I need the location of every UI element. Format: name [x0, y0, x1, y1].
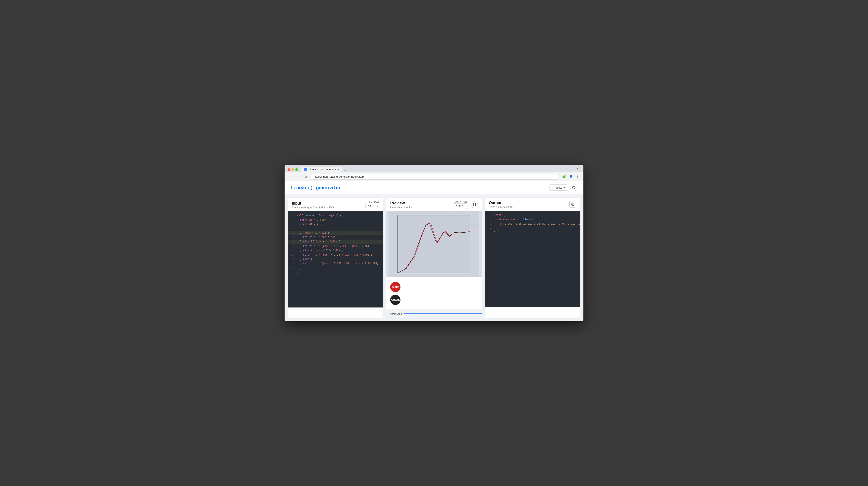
output-code-line: 1:root {	[485, 213, 580, 218]
graph-svg	[386, 211, 482, 277]
code-line: 7 } else if (pos < 2 / d1) {	[288, 240, 383, 244]
pause-button[interactable]	[471, 201, 478, 208]
code-line: 9 } else if (pos < 2.5 / d1) {	[288, 248, 383, 253]
github-button[interactable]	[570, 184, 578, 191]
tab-favicon	[304, 168, 307, 171]
output-code-line: 4 );	[485, 226, 580, 231]
traffic-lights	[287, 168, 298, 171]
output-panel-title: Output	[489, 201, 514, 205]
format-wrapper: JS SVG	[366, 204, 379, 209]
copy-icon	[571, 203, 575, 206]
browser-window: Linear easing generator × + ⋮ ← → ⟳ 🧩 👤 …	[285, 164, 583, 322]
presets-chevron-icon: ▾	[563, 186, 565, 189]
output-panel-header: Output Some shiny new CSS!	[485, 198, 580, 211]
simplify-slider-group: SIMPLIFY	[390, 312, 482, 315]
input-ball: Input	[390, 282, 401, 292]
active-tab[interactable]: Linear easing generator ×	[301, 167, 342, 172]
github-icon	[572, 186, 576, 189]
address-bar[interactable]	[311, 174, 560, 179]
app-logo: linear() generator	[290, 185, 341, 190]
preview-panel-header: Preview Here's how it looks: DURATION	[386, 198, 482, 211]
output-code-editor: 1:root { 2 --bounce-easing: linear( 3 0,…	[485, 211, 580, 307]
animation-demo: Input Output	[386, 277, 482, 309]
simplify-slider[interactable]	[404, 313, 482, 314]
code-line: 4	[288, 227, 383, 231]
easing-graph	[386, 211, 482, 277]
extensions-button[interactable]: 🧩	[561, 174, 567, 179]
code-line: 13 }	[288, 266, 383, 271]
preview-panel-subtitle: Here's how it looks:	[390, 206, 412, 209]
format-select[interactable]: JS SVG	[366, 204, 379, 209]
format-select-group: FORMAT JS SVG	[366, 201, 379, 209]
preview-title-group: Preview Here's how it looks:	[390, 201, 412, 209]
code-line: 2 const n1 = 7.5625;	[288, 218, 383, 222]
input-panel-title-group: Input Provide easing as JavaScript or SV…	[292, 201, 334, 209]
sliders-row: SIMPLIFY ROUND	[386, 309, 482, 318]
forward-button[interactable]: →	[295, 174, 301, 180]
presets-label: Presets	[553, 186, 562, 189]
svg-rect-7	[572, 204, 574, 206]
input-panel-subtitle: Provide easing as JavaScript or SVG	[292, 206, 334, 209]
code-line: 3 const d1 = 2.75;	[288, 222, 383, 227]
presets-button[interactable]: Presets ▾	[550, 184, 568, 191]
duration-input[interactable]	[452, 204, 467, 209]
code-line: 8 return n1 * (pos -= 1.5 / d1) * pos + …	[288, 244, 383, 248]
input-panel-header: Input Provide easing as JavaScript or SV…	[288, 198, 383, 211]
code-line: 5 if (pos < 1 / d1) {	[288, 231, 383, 235]
copy-button[interactable]	[569, 201, 576, 208]
code-line: 10 return n1 * (pos -= 2.25 / d1) * pos …	[288, 253, 383, 257]
browser-menu-icon[interactable]: ⋮	[575, 174, 581, 179]
output-code-line: 5}	[485, 231, 580, 235]
output-ball: Output	[390, 295, 401, 305]
header-actions: Presets ▾	[550, 184, 578, 191]
input-panel: Input Provide easing as JavaScript or SV…	[288, 198, 383, 318]
code-line: 12 return n1 * (pos -= 2.625 / d1) * pos…	[288, 262, 383, 266]
tab-title: Linear easing generator	[309, 168, 336, 171]
profile-button[interactable]: 👤	[568, 174, 574, 179]
output-code-line: 3 0, 0.063, 0.25 18.2%, 1 36.4%, 0.813, …	[485, 222, 580, 226]
reload-button[interactable]: ⟳	[303, 174, 309, 180]
app-header: linear() generator Presets ▾	[285, 181, 583, 194]
input-panel-title: Input	[292, 201, 334, 206]
omnibar-icons: 🧩 👤 ⋮	[561, 174, 581, 179]
output-panel: Output Some shiny new CSS! 1:root { 2 --…	[485, 198, 580, 318]
output-panel-subtitle: Some shiny new CSS!	[489, 206, 514, 209]
code-editor[interactable]: 1self.bounce = function(pos) { 2 const n…	[288, 211, 383, 307]
pause-icon	[473, 203, 476, 206]
preview-panel-title: Preview	[390, 201, 412, 205]
titlebar: Linear easing generator × + ⋮	[285, 164, 583, 172]
preview-panel: Preview Here's how it looks: DURATION	[386, 198, 482, 318]
tab-close-icon[interactable]: ×	[338, 168, 339, 171]
simplify-fill	[404, 313, 482, 314]
back-button[interactable]: ←	[287, 174, 293, 180]
minimize-button[interactable]	[291, 168, 294, 171]
code-line: 6 return n1 * pos * pos;	[288, 235, 383, 240]
tab-bar: Linear easing generator × +	[301, 167, 573, 172]
svg-rect-0	[473, 203, 474, 206]
output-title-group: Output Some shiny new CSS!	[489, 201, 514, 209]
browser-menu-button[interactable]: ⋮	[575, 168, 581, 172]
simplify-label: SIMPLIFY	[390, 312, 402, 315]
preview-controls: DURATION	[452, 201, 478, 209]
code-line: 11 } else {	[288, 257, 383, 262]
format-label: FORMAT	[369, 201, 379, 203]
svg-rect-1	[475, 203, 476, 206]
code-line: 1self.bounce = function(pos) {	[288, 214, 383, 218]
duration-group: DURATION	[452, 201, 467, 209]
close-button[interactable]	[287, 168, 290, 171]
browser-controls: ⋮	[575, 168, 581, 172]
duration-label: DURATION	[455, 201, 467, 203]
output-code-line: 2 --bounce-easing: linear(	[485, 218, 580, 222]
main-content: Input Provide easing as JavaScript or SV…	[285, 194, 583, 322]
new-tab-button[interactable]: +	[342, 169, 348, 172]
omnibox-row: ← → ⟳ 🧩 👤 ⋮	[285, 172, 583, 181]
maximize-button[interactable]	[295, 168, 298, 171]
app-container: linear() generator Presets ▾ Inp	[285, 181, 583, 322]
code-line: 14}	[288, 270, 383, 275]
